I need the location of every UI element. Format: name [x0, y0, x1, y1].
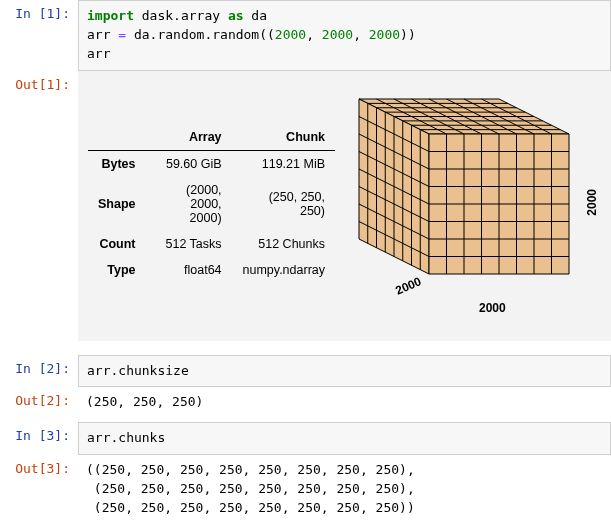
dim-label-z: 2000: [585, 189, 599, 216]
num: 2000: [322, 27, 353, 42]
table-row: Shape (2000, 2000, 2000) (250, 250, 250): [88, 177, 335, 231]
cell-out-3: Out[3]: ((250, 250, 250, 250, 250, 250, …: [0, 455, 611, 523]
cell-out-1: Out[1]: Array Chunk Bytes 59.60 GiB 119.…: [0, 71, 611, 341]
dask-repr-output: Array Chunk Bytes 59.60 GiB 119.21 MiB S…: [78, 71, 611, 341]
out-prompt-3: Out[3]:: [0, 455, 78, 482]
table-row: Count 512 Tasks 512 Chunks: [88, 231, 335, 257]
code-input-1[interactable]: import dask.array as da arr = da.random.…: [78, 0, 611, 71]
cell-bytes-array: 59.60 GiB: [146, 151, 232, 178]
col-chunk: Chunk: [232, 124, 335, 151]
out-prompt-1: Out[1]:: [0, 71, 78, 98]
code-text: )): [400, 27, 416, 42]
table-corner: [88, 124, 146, 151]
cell-bytes-chunk: 119.21 MiB: [232, 151, 335, 178]
cell-in-1: In [1]: import dask.array as da arr = da…: [0, 0, 611, 71]
dim-label-x: 2000: [479, 301, 506, 315]
cell-count-array: 512 Tasks: [146, 231, 232, 257]
cell-type-chunk: numpy.ndarray: [232, 257, 335, 283]
cell-shape-chunk: (250, 250, 250): [232, 177, 335, 231]
output-text-3: ((250, 250, 250, 250, 250, 250, 250, 250…: [78, 455, 611, 523]
in-prompt-2: In [2]:: [0, 355, 78, 382]
code-text: dask.array: [134, 8, 228, 23]
num: 2000: [275, 27, 306, 42]
in-prompt-3: In [3]:: [0, 422, 78, 449]
col-array: Array: [146, 124, 232, 151]
row-label-shape: Shape: [88, 177, 146, 231]
cell-out-2: Out[2]: (250, 250, 250): [0, 387, 611, 422]
cell-shape-array: (2000, 2000, 2000): [146, 177, 232, 231]
num: 2000: [369, 27, 400, 42]
cell-in-3: In [3]: arr.chunks: [0, 422, 611, 455]
output-text-2: (250, 250, 250): [78, 387, 611, 422]
row-label-type: Type: [88, 257, 146, 283]
kw-import: import: [87, 8, 134, 23]
table-row: Type float64 numpy.ndarray: [88, 257, 335, 283]
row-label-count: Count: [88, 231, 146, 257]
code-text: arr: [87, 46, 110, 61]
code-text: ,: [306, 27, 322, 42]
code-text: da: [244, 8, 267, 23]
row-label-bytes: Bytes: [88, 151, 146, 178]
table-row: Bytes 59.60 GiB 119.21 MiB: [88, 151, 335, 178]
in-prompt-1: In [1]:: [0, 0, 78, 27]
cell-count-chunk: 512 Chunks: [232, 231, 335, 257]
dask-repr-table: Array Chunk Bytes 59.60 GiB 119.21 MiB S…: [88, 124, 335, 283]
code-input-2[interactable]: arr.chunksize: [78, 355, 611, 388]
cell-in-2: In [2]: arr.chunksize: [0, 355, 611, 388]
out-prompt-2: Out[2]:: [0, 387, 78, 414]
code-text: ,: [353, 27, 369, 42]
code-text: da.random.random((: [126, 27, 275, 42]
code-input-3[interactable]: arr.chunks: [78, 422, 611, 455]
kw-as: as: [228, 8, 244, 23]
op-eq: =: [118, 27, 126, 42]
code-text: arr: [87, 27, 118, 42]
cube-svg: [349, 89, 601, 319]
chunk-cube-diagram: 2000 2000 2000: [349, 89, 601, 319]
cell-type-array: float64: [146, 257, 232, 283]
